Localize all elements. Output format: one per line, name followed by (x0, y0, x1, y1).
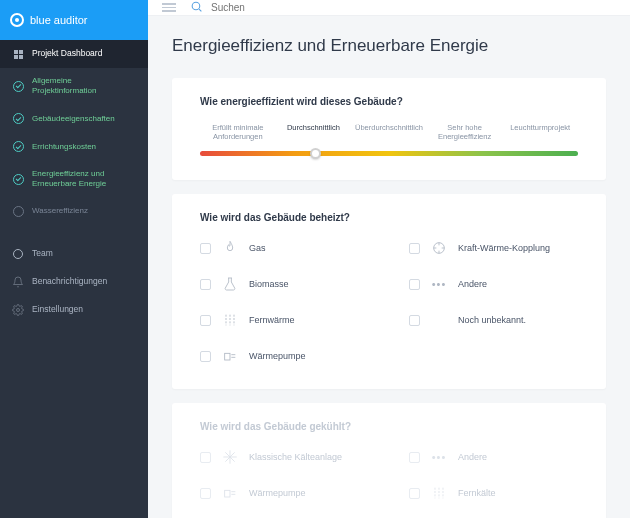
heat-waves-icon (430, 484, 448, 502)
efficiency-question: Wie energieeffizient wird dieses Gebäude… (200, 96, 578, 107)
option-label: Fernwärme (249, 315, 295, 325)
heating-option-unknown[interactable]: Noch unbekannt. (409, 311, 578, 329)
check-circle-icon (12, 113, 24, 125)
sidebar-label: Projekt Dashboard (32, 48, 102, 59)
checkbox[interactable] (200, 351, 211, 362)
cooling-option-other: ••• Andere (409, 448, 578, 466)
svg-point-1 (192, 2, 200, 10)
cooling-option-heatpump: Wärmepumpe (200, 484, 369, 502)
option-label: Klassische Kälteanlage (249, 452, 342, 462)
option-label: Andere (458, 279, 487, 289)
heating-option-biomass[interactable]: Biomasse (200, 275, 369, 293)
sidebar-label: Gebäudeeigenschaften (32, 114, 115, 124)
heating-question: Wie wird das Gebäude beheizt? (200, 212, 578, 223)
page-title: Energieeffizienz und Erneuerbare Energie (172, 36, 606, 56)
cooling-question: Wie wird das Gebäude gekühlt? (200, 421, 578, 432)
sidebar-label: Team (32, 248, 53, 259)
svg-rect-2 (225, 353, 230, 360)
checkbox[interactable] (200, 279, 211, 290)
checkbox[interactable] (200, 243, 211, 254)
gear-icon (12, 304, 24, 316)
grid-icon (12, 48, 24, 60)
sidebar-label: Energieeffizienz und Erneuerbare Energie (32, 169, 136, 190)
heatpump-icon (221, 484, 239, 502)
check-circle-icon (12, 141, 24, 153)
sidebar-item-energy[interactable]: Energieeffizienz und Erneuerbare Energie (0, 161, 148, 198)
checkbox (409, 488, 420, 499)
scale-level[interactable]: Überdurchschnittlich (351, 123, 427, 141)
heating-option-chp[interactable]: Kraft-Wärme-Kopplung (409, 239, 578, 257)
menu-toggle-icon[interactable] (162, 3, 176, 12)
scale-level[interactable]: Durchschnittlich (276, 123, 352, 141)
more-icon: ••• (430, 275, 448, 293)
heating-option-gas[interactable]: Gas (200, 239, 369, 257)
check-circle-icon (12, 206, 24, 218)
scale-level[interactable]: Erfüllt minimale Anforderungen (200, 123, 276, 141)
heatpump-icon (221, 347, 239, 365)
heating-option-heatpump[interactable]: Wärmepumpe (200, 347, 369, 365)
sidebar-label: Errichtungskosten (32, 142, 96, 152)
sidebar-label: Benachrichtigungen (32, 276, 107, 287)
flame-icon (221, 239, 239, 257)
check-circle-icon (12, 173, 24, 185)
placeholder-icon (430, 311, 448, 329)
option-label: Wärmepumpe (249, 351, 306, 361)
svg-point-0 (17, 308, 20, 311)
checkbox[interactable] (409, 279, 420, 290)
sidebar-item-notifications[interactable]: Benachrichtigungen (0, 268, 148, 296)
sidebar-item-building-props[interactable]: Gebäudeeigenschaften (0, 105, 148, 133)
option-label: Fernkälte (458, 488, 496, 498)
sidebar-item-costs[interactable]: Errichtungskosten (0, 133, 148, 161)
cooling-option-classic: Klassische Kälteanlage (200, 448, 369, 466)
option-label: Andere (458, 452, 487, 462)
checkbox (409, 452, 420, 463)
option-label: Wärmepumpe (249, 488, 306, 498)
app-logo[interactable]: blue auditor (0, 0, 148, 40)
snowflake-icon (221, 448, 239, 466)
heating-option-other[interactable]: ••• Andere (409, 275, 578, 293)
cooling-card: Wie wird das Gebäude gekühlt? Klassische… (172, 403, 606, 518)
team-icon (12, 248, 24, 260)
checkbox[interactable] (409, 243, 420, 254)
efficiency-slider-knob[interactable] (310, 148, 321, 159)
checkbox[interactable] (200, 315, 211, 326)
more-icon: ••• (430, 448, 448, 466)
efficiency-scale-labels: Erfüllt minimale Anforderungen Durchschn… (200, 123, 578, 141)
search-wrap (190, 0, 338, 15)
option-label: Biomasse (249, 279, 289, 289)
sidebar-label: Allgemeine Projektinformation (32, 76, 136, 97)
heat-waves-icon (221, 311, 239, 329)
sidebar-item-settings[interactable]: Einstellungen (0, 296, 148, 324)
sidebar-item-general-info[interactable]: Allgemeine Projektinformation (0, 68, 148, 105)
app-name: blue auditor (30, 14, 88, 26)
search-input[interactable] (211, 2, 338, 13)
checkbox[interactable] (409, 315, 420, 326)
bell-icon (12, 276, 24, 288)
sidebar-label: Wassereffizienz (32, 206, 88, 216)
efficiency-slider-track[interactable] (200, 151, 578, 156)
sidebar-item-team[interactable]: Team (0, 240, 148, 268)
logo-mark-icon (10, 13, 24, 27)
cogeneration-icon (430, 239, 448, 257)
search-icon (190, 0, 203, 15)
checkbox (200, 452, 211, 463)
sidebar-item-dashboard[interactable]: Projekt Dashboard (0, 40, 148, 68)
heating-option-district[interactable]: Fernwärme (200, 311, 369, 329)
scale-level[interactable]: Leuchtturmprojekt (502, 123, 578, 141)
topbar (148, 0, 630, 16)
efficiency-card: Wie energieeffizient wird dieses Gebäude… (172, 78, 606, 180)
option-label: Gas (249, 243, 266, 253)
checkbox (200, 488, 211, 499)
check-circle-icon (12, 80, 24, 92)
option-label: Noch unbekannt. (458, 315, 526, 325)
sidebar-label: Einstellungen (32, 304, 83, 315)
flask-icon (221, 275, 239, 293)
cooling-option-district-cold: Fernkälte (409, 484, 578, 502)
scale-level[interactable]: Sehr hohe Energieeffizienz (427, 123, 503, 141)
heating-card: Wie wird das Gebäude beheizt? Gas Biomas… (172, 194, 606, 389)
svg-rect-4 (225, 490, 230, 497)
sidebar-item-water[interactable]: Wassereffizienz (0, 198, 148, 226)
option-label: Kraft-Wärme-Kopplung (458, 243, 550, 253)
